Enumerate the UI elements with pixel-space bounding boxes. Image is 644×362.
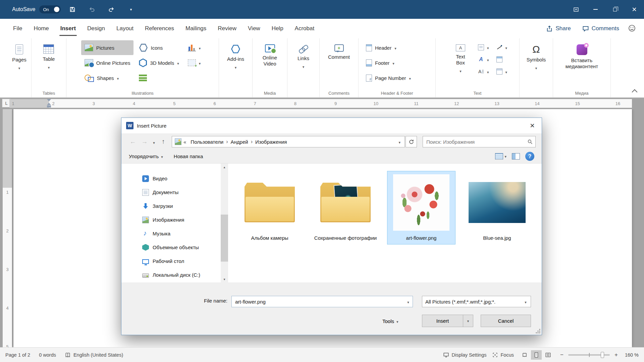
- breadcrumb-overflow-icon[interactable]: «: [183, 139, 186, 145]
- chart-button[interactable]: [184, 40, 204, 55]
- ribbon-tab[interactable]: Home: [28, 19, 54, 38]
- view-options-button[interactable]: [495, 153, 506, 160]
- sidebar-folder-item[interactable]: Музыка: [121, 227, 221, 240]
- web-layout-button[interactable]: [543, 350, 553, 360]
- horizontal-ruler[interactable]: 1 2 3 4 5 6 7 8 9 10: [9, 99, 632, 108]
- header-button[interactable]: Header: [363, 40, 414, 55]
- collapse-ribbon-button[interactable]: [632, 89, 638, 95]
- file-name-input[interactable]: [232, 299, 404, 305]
- ribbon-tab[interactable]: Review: [212, 19, 242, 38]
- forward-button[interactable]: [139, 136, 150, 147]
- insert-button[interactable]: Insert: [422, 315, 463, 327]
- proofing-button[interactable]: English (United States): [65, 352, 123, 358]
- sidebar-folder-item[interactable]: Документы: [121, 185, 221, 199]
- undo-button[interactable]: [84, 2, 100, 16]
- focus-button[interactable]: Focus: [492, 352, 514, 358]
- address-dropdown-chevron[interactable]: [397, 139, 402, 144]
- ribbon-tab[interactable]: Insert: [55, 19, 82, 38]
- sidebar-folder-item[interactable]: Объемные объекты: [121, 240, 221, 254]
- help-button[interactable]: [525, 152, 534, 161]
- screenshot-button[interactable]: [184, 55, 204, 70]
- breadcrumb-item[interactable]: Андрей: [228, 138, 251, 146]
- ribbon-tab[interactable]: Mailings: [180, 19, 212, 38]
- close-button[interactable]: [625, 0, 644, 19]
- autosave-toggle[interactable]: On: [39, 5, 61, 13]
- back-button[interactable]: [127, 136, 138, 147]
- tools-button[interactable]: Tools: [382, 315, 398, 327]
- object-button[interactable]: [495, 66, 509, 77]
- comments-button[interactable]: Comments: [578, 22, 624, 35]
- comment-button[interactable]: Comment: [326, 40, 352, 89]
- text-box-button[interactable]: Text Box: [446, 40, 475, 89]
- feedback-smiley-button[interactable]: [626, 22, 638, 35]
- word-count[interactable]: 0 words: [39, 352, 56, 358]
- file-item[interactable]: Альбом камеры: [235, 171, 304, 244]
- zoom-out-button[interactable]: [559, 352, 565, 358]
- zoom-slider[interactable]: [568, 354, 610, 356]
- up-button[interactable]: [158, 136, 169, 147]
- footer-button[interactable]: Footer: [363, 55, 414, 70]
- search-icon[interactable]: [525, 139, 535, 145]
- insert-dropdown-button[interactable]: [463, 315, 473, 327]
- zoom-level[interactable]: 160 %: [623, 352, 639, 358]
- pages-button[interactable]: Pages: [10, 40, 29, 89]
- dialog-titlebar[interactable]: Insert Picture: [121, 118, 542, 133]
- icons-button[interactable]: Icons: [136, 40, 182, 55]
- display-settings-button[interactable]: Display Settings: [443, 352, 487, 358]
- print-layout-button[interactable]: [531, 350, 542, 360]
- resize-grip[interactable]: [535, 328, 541, 334]
- breadcrumb-item[interactable]: Пользователи: [188, 138, 226, 146]
- new-folder-button[interactable]: Новая папка: [174, 153, 203, 159]
- file-type-select[interactable]: All Pictures (*.emf;*.wmf;*.jpg;*.: [422, 296, 531, 307]
- left-indent-marker[interactable]: [47, 105, 51, 107]
- wordart-button[interactable]: [477, 54, 490, 64]
- ribbon-tab[interactable]: View: [242, 19, 266, 38]
- ribbon-tab[interactable]: Design: [82, 19, 111, 38]
- shapes-button[interactable]: Shapes: [81, 71, 134, 85]
- first-line-indent-marker[interactable]: [47, 99, 51, 101]
- drop-cap-button[interactable]: [477, 66, 490, 77]
- organize-button[interactable]: Упорядочить: [129, 153, 163, 159]
- scroll-down-arrow[interactable]: [221, 276, 228, 282]
- zoom-in-button[interactable]: [613, 352, 619, 358]
- insert-media-content-button[interactable]: Вставить медиаконтент: [558, 40, 606, 89]
- file-item[interactable]: Blue-sea.jpg: [463, 171, 531, 244]
- sidebar-folder-item[interactable]: Рабочий стол: [121, 254, 221, 268]
- signature-line-button[interactable]: [495, 42, 509, 52]
- table-button[interactable]: Table: [41, 40, 57, 89]
- file-item[interactable]: art-flower.png: [387, 171, 455, 244]
- hanging-indent-marker[interactable]: [47, 103, 51, 105]
- online-video-button[interactable]: Online Video: [258, 40, 282, 89]
- zoom-slider-thumb[interactable]: [601, 352, 604, 358]
- address-bar[interactable]: « Пользователи › Андрей › Изображения ›: [172, 136, 405, 147]
- scrollbar-thumb[interactable]: [221, 215, 228, 262]
- minimize-button[interactable]: [586, 0, 605, 19]
- links-button[interactable]: Links: [296, 40, 311, 89]
- recent-locations-button[interactable]: [151, 136, 157, 147]
- save-button[interactable]: [65, 2, 80, 16]
- sidebar-folder-item[interactable]: Локальный диск (C:): [121, 268, 221, 282]
- search-input[interactable]: [423, 139, 525, 145]
- ribbon-display-options-button[interactable]: [566, 0, 586, 19]
- ribbon-tab[interactable]: Help: [266, 19, 289, 38]
- add-ins-button[interactable]: Add-ins: [225, 40, 246, 89]
- breadcrumb-item[interactable]: Изображения: [253, 138, 289, 146]
- sidebar-folder-item[interactable]: Загрузки: [121, 199, 221, 213]
- read-mode-button[interactable]: [519, 350, 530, 360]
- 3d-models-button[interactable]: 3D Models: [136, 55, 182, 70]
- vertical-ruler[interactable]: 1 2 3 4 5: [3, 109, 12, 347]
- refresh-button[interactable]: [406, 136, 417, 147]
- share-button[interactable]: Share: [541, 22, 575, 35]
- smartart-button[interactable]: [136, 71, 182, 85]
- file-name-dropdown-chevron[interactable]: [404, 299, 413, 304]
- ribbon-tab[interactable]: Layout: [111, 19, 139, 38]
- customize-quick-access-button[interactable]: [123, 2, 139, 16]
- page-number-button[interactable]: Page Number: [363, 71, 414, 85]
- symbols-button[interactable]: Symbols: [525, 40, 548, 89]
- redo-button[interactable]: [104, 2, 119, 16]
- preview-pane-button[interactable]: [512, 153, 520, 160]
- sidebar-folder-item[interactable]: Видео: [121, 172, 221, 185]
- page-count[interactable]: Page 1 of 2: [5, 352, 30, 358]
- date-time-button[interactable]: [495, 54, 504, 64]
- sidebar-scrollbar[interactable]: [221, 164, 228, 282]
